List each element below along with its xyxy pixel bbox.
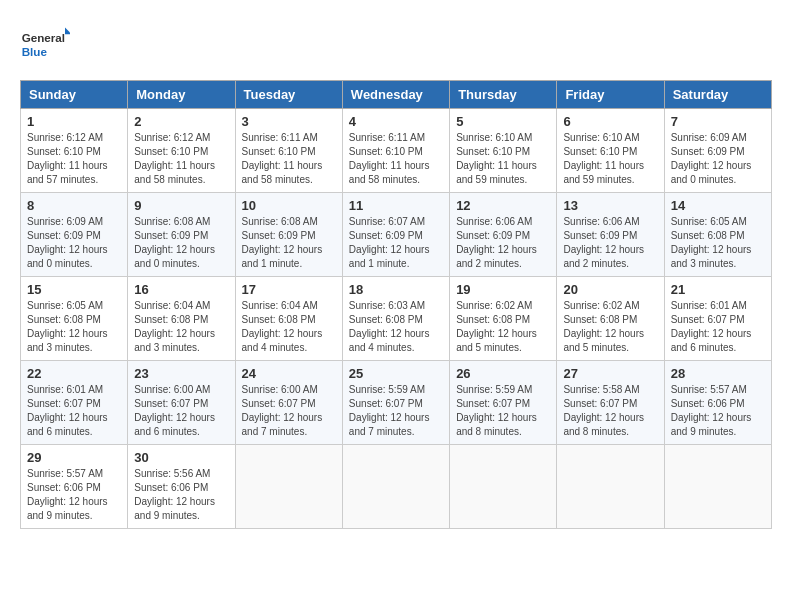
day-number: 8 bbox=[27, 198, 121, 213]
day-detail: Sunrise: 6:11 AM Sunset: 6:10 PM Dayligh… bbox=[242, 131, 336, 187]
calendar-cell: 24Sunrise: 6:00 AM Sunset: 6:07 PM Dayli… bbox=[235, 361, 342, 445]
day-number: 10 bbox=[242, 198, 336, 213]
day-number: 5 bbox=[456, 114, 550, 129]
calendar-cell: 30Sunrise: 5:56 AM Sunset: 6:06 PM Dayli… bbox=[128, 445, 235, 529]
day-detail: Sunrise: 5:59 AM Sunset: 6:07 PM Dayligh… bbox=[349, 383, 443, 439]
day-detail: Sunrise: 6:05 AM Sunset: 6:08 PM Dayligh… bbox=[27, 299, 121, 355]
day-number: 9 bbox=[134, 198, 228, 213]
calendar-cell bbox=[664, 445, 771, 529]
day-number: 11 bbox=[349, 198, 443, 213]
day-number: 1 bbox=[27, 114, 121, 129]
day-detail: Sunrise: 5:57 AM Sunset: 6:06 PM Dayligh… bbox=[27, 467, 121, 523]
calendar-cell: 26Sunrise: 5:59 AM Sunset: 6:07 PM Dayli… bbox=[450, 361, 557, 445]
calendar-cell: 10Sunrise: 6:08 AM Sunset: 6:09 PM Dayli… bbox=[235, 193, 342, 277]
day-detail: Sunrise: 6:07 AM Sunset: 6:09 PM Dayligh… bbox=[349, 215, 443, 271]
day-number: 22 bbox=[27, 366, 121, 381]
logo-svg: General Blue bbox=[20, 20, 70, 70]
calendar-cell: 2Sunrise: 6:12 AM Sunset: 6:10 PM Daylig… bbox=[128, 109, 235, 193]
day-detail: Sunrise: 6:10 AM Sunset: 6:10 PM Dayligh… bbox=[563, 131, 657, 187]
calendar-cell bbox=[557, 445, 664, 529]
day-detail: Sunrise: 6:12 AM Sunset: 6:10 PM Dayligh… bbox=[134, 131, 228, 187]
calendar-week-row: 1Sunrise: 6:12 AM Sunset: 6:10 PM Daylig… bbox=[21, 109, 772, 193]
calendar-cell: 23Sunrise: 6:00 AM Sunset: 6:07 PM Dayli… bbox=[128, 361, 235, 445]
day-detail: Sunrise: 6:01 AM Sunset: 6:07 PM Dayligh… bbox=[27, 383, 121, 439]
day-number: 16 bbox=[134, 282, 228, 297]
svg-text:General: General bbox=[22, 32, 65, 45]
day-number: 19 bbox=[456, 282, 550, 297]
day-number: 6 bbox=[563, 114, 657, 129]
calendar-cell: 1Sunrise: 6:12 AM Sunset: 6:10 PM Daylig… bbox=[21, 109, 128, 193]
calendar-cell bbox=[342, 445, 449, 529]
day-number: 4 bbox=[349, 114, 443, 129]
day-number: 29 bbox=[27, 450, 121, 465]
calendar-cell: 12Sunrise: 6:06 AM Sunset: 6:09 PM Dayli… bbox=[450, 193, 557, 277]
svg-marker-2 bbox=[65, 28, 70, 35]
day-number: 15 bbox=[27, 282, 121, 297]
calendar-cell: 4Sunrise: 6:11 AM Sunset: 6:10 PM Daylig… bbox=[342, 109, 449, 193]
calendar-cell: 9Sunrise: 6:08 AM Sunset: 6:09 PM Daylig… bbox=[128, 193, 235, 277]
calendar-cell: 13Sunrise: 6:06 AM Sunset: 6:09 PM Dayli… bbox=[557, 193, 664, 277]
calendar-cell bbox=[235, 445, 342, 529]
day-detail: Sunrise: 5:59 AM Sunset: 6:07 PM Dayligh… bbox=[456, 383, 550, 439]
calendar-cell: 16Sunrise: 6:04 AM Sunset: 6:08 PM Dayli… bbox=[128, 277, 235, 361]
calendar-cell: 17Sunrise: 6:04 AM Sunset: 6:08 PM Dayli… bbox=[235, 277, 342, 361]
day-number: 24 bbox=[242, 366, 336, 381]
calendar-week-row: 15Sunrise: 6:05 AM Sunset: 6:08 PM Dayli… bbox=[21, 277, 772, 361]
calendar-table: SundayMondayTuesdayWednesdayThursdayFrid… bbox=[20, 80, 772, 529]
day-detail: Sunrise: 6:09 AM Sunset: 6:09 PM Dayligh… bbox=[27, 215, 121, 271]
col-header-thursday: Thursday bbox=[450, 81, 557, 109]
calendar-cell: 7Sunrise: 6:09 AM Sunset: 6:09 PM Daylig… bbox=[664, 109, 771, 193]
col-header-monday: Monday bbox=[128, 81, 235, 109]
calendar-cell: 6Sunrise: 6:10 AM Sunset: 6:10 PM Daylig… bbox=[557, 109, 664, 193]
day-detail: Sunrise: 6:11 AM Sunset: 6:10 PM Dayligh… bbox=[349, 131, 443, 187]
day-detail: Sunrise: 5:58 AM Sunset: 6:07 PM Dayligh… bbox=[563, 383, 657, 439]
calendar-cell bbox=[450, 445, 557, 529]
col-header-wednesday: Wednesday bbox=[342, 81, 449, 109]
calendar-cell: 25Sunrise: 5:59 AM Sunset: 6:07 PM Dayli… bbox=[342, 361, 449, 445]
calendar-cell: 20Sunrise: 6:02 AM Sunset: 6:08 PM Dayli… bbox=[557, 277, 664, 361]
day-detail: Sunrise: 6:02 AM Sunset: 6:08 PM Dayligh… bbox=[456, 299, 550, 355]
day-detail: Sunrise: 6:00 AM Sunset: 6:07 PM Dayligh… bbox=[242, 383, 336, 439]
day-detail: Sunrise: 6:08 AM Sunset: 6:09 PM Dayligh… bbox=[242, 215, 336, 271]
day-detail: Sunrise: 6:12 AM Sunset: 6:10 PM Dayligh… bbox=[27, 131, 121, 187]
day-detail: Sunrise: 6:08 AM Sunset: 6:09 PM Dayligh… bbox=[134, 215, 228, 271]
calendar-week-row: 29Sunrise: 5:57 AM Sunset: 6:06 PM Dayli… bbox=[21, 445, 772, 529]
calendar-cell: 22Sunrise: 6:01 AM Sunset: 6:07 PM Dayli… bbox=[21, 361, 128, 445]
calendar-cell: 28Sunrise: 5:57 AM Sunset: 6:06 PM Dayli… bbox=[664, 361, 771, 445]
calendar-header-row: SundayMondayTuesdayWednesdayThursdayFrid… bbox=[21, 81, 772, 109]
day-number: 28 bbox=[671, 366, 765, 381]
calendar-week-row: 8Sunrise: 6:09 AM Sunset: 6:09 PM Daylig… bbox=[21, 193, 772, 277]
col-header-saturday: Saturday bbox=[664, 81, 771, 109]
logo: General Blue bbox=[20, 20, 74, 70]
day-number: 26 bbox=[456, 366, 550, 381]
day-detail: Sunrise: 5:56 AM Sunset: 6:06 PM Dayligh… bbox=[134, 467, 228, 523]
calendar-cell: 27Sunrise: 5:58 AM Sunset: 6:07 PM Dayli… bbox=[557, 361, 664, 445]
day-number: 2 bbox=[134, 114, 228, 129]
page-header: General Blue bbox=[20, 20, 772, 70]
day-number: 30 bbox=[134, 450, 228, 465]
day-number: 13 bbox=[563, 198, 657, 213]
day-number: 12 bbox=[456, 198, 550, 213]
day-number: 3 bbox=[242, 114, 336, 129]
col-header-sunday: Sunday bbox=[21, 81, 128, 109]
day-detail: Sunrise: 6:02 AM Sunset: 6:08 PM Dayligh… bbox=[563, 299, 657, 355]
calendar-week-row: 22Sunrise: 6:01 AM Sunset: 6:07 PM Dayli… bbox=[21, 361, 772, 445]
day-detail: Sunrise: 6:04 AM Sunset: 6:08 PM Dayligh… bbox=[242, 299, 336, 355]
day-detail: Sunrise: 6:01 AM Sunset: 6:07 PM Dayligh… bbox=[671, 299, 765, 355]
day-number: 23 bbox=[134, 366, 228, 381]
day-detail: Sunrise: 6:06 AM Sunset: 6:09 PM Dayligh… bbox=[563, 215, 657, 271]
day-number: 17 bbox=[242, 282, 336, 297]
calendar-cell: 14Sunrise: 6:05 AM Sunset: 6:08 PM Dayli… bbox=[664, 193, 771, 277]
day-number: 7 bbox=[671, 114, 765, 129]
calendar-cell: 18Sunrise: 6:03 AM Sunset: 6:08 PM Dayli… bbox=[342, 277, 449, 361]
calendar-cell: 19Sunrise: 6:02 AM Sunset: 6:08 PM Dayli… bbox=[450, 277, 557, 361]
day-detail: Sunrise: 6:00 AM Sunset: 6:07 PM Dayligh… bbox=[134, 383, 228, 439]
day-number: 21 bbox=[671, 282, 765, 297]
calendar-cell: 8Sunrise: 6:09 AM Sunset: 6:09 PM Daylig… bbox=[21, 193, 128, 277]
day-number: 20 bbox=[563, 282, 657, 297]
day-detail: Sunrise: 5:57 AM Sunset: 6:06 PM Dayligh… bbox=[671, 383, 765, 439]
day-detail: Sunrise: 6:04 AM Sunset: 6:08 PM Dayligh… bbox=[134, 299, 228, 355]
calendar-cell: 21Sunrise: 6:01 AM Sunset: 6:07 PM Dayli… bbox=[664, 277, 771, 361]
col-header-tuesday: Tuesday bbox=[235, 81, 342, 109]
calendar-cell: 29Sunrise: 5:57 AM Sunset: 6:06 PM Dayli… bbox=[21, 445, 128, 529]
